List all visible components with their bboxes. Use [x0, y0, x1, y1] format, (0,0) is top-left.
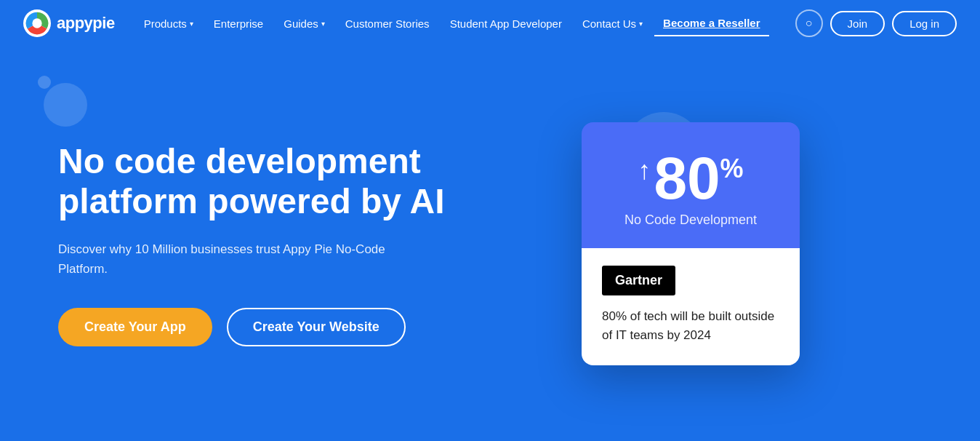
hero-subtitle: Discover why 10 Million businesses trust…: [58, 239, 422, 279]
stat-card: ↑ 80 % No Code Development Gartner 80% o…: [582, 122, 800, 366]
nav-customer-stories[interactable]: Customer Stories: [337, 12, 438, 36]
hero-left: No code development platform powered by …: [58, 141, 538, 346]
nav-guides[interactable]: Guides ▾: [275, 12, 334, 36]
logo-text: appypie: [57, 14, 115, 33]
chevron-down-icon: ▾: [190, 20, 193, 28]
nav-products[interactable]: Products ▾: [135, 12, 202, 36]
search-icon: ○: [806, 17, 813, 30]
stat-card-bottom: Gartner 80% of tech will be built outsid…: [582, 248, 800, 366]
search-button[interactable]: ○: [795, 9, 823, 37]
nav-become-reseller[interactable]: Become a Reseller: [654, 11, 768, 36]
stat-value: 80: [654, 148, 720, 208]
logo-icon: [23, 9, 51, 37]
stat-number: ↑ 80 %: [638, 148, 743, 208]
svg-point-1: [32, 18, 41, 28]
nav-enterprise[interactable]: Enterprise: [205, 12, 272, 36]
hero-section: No code development platform powered by …: [0, 47, 980, 441]
login-button[interactable]: Log in: [892, 11, 957, 36]
stat-label: No Code Development: [624, 212, 757, 228]
join-button[interactable]: Join: [830, 11, 885, 36]
gartner-badge: Gartner: [602, 266, 675, 295]
stat-percent: %: [720, 156, 744, 182]
decorative-circle: [38, 76, 51, 89]
nav-student-app[interactable]: Student App Developer: [441, 12, 571, 36]
create-website-button[interactable]: Create Your Website: [227, 308, 406, 346]
nav-contact-us[interactable]: Contact Us ▾: [574, 12, 651, 36]
stat-quote: 80% of tech will be built outside of IT …: [602, 307, 779, 346]
logo-link[interactable]: appypie: [23, 9, 115, 37]
create-app-button[interactable]: Create Your App: [58, 308, 212, 346]
stat-card-top: ↑ 80 % No Code Development: [582, 122, 800, 248]
hero-title: No code development platform powered by …: [58, 141, 465, 221]
navbar: appypie Products ▾ Enterprise Guides ▾ C…: [0, 0, 980, 47]
nav-links: Products ▾ Enterprise Guides ▾ Customer …: [135, 11, 790, 36]
hero-buttons: Create Your App Create Your Website: [58, 308, 538, 346]
chevron-down-icon: ▾: [321, 20, 325, 28]
chevron-down-icon: ▾: [639, 20, 643, 28]
hero-right: ↑ 80 % No Code Development Gartner 80% o…: [582, 122, 800, 366]
arrow-up-icon: ↑: [638, 157, 651, 183]
nav-right: ○ Join Log in: [795, 9, 957, 37]
